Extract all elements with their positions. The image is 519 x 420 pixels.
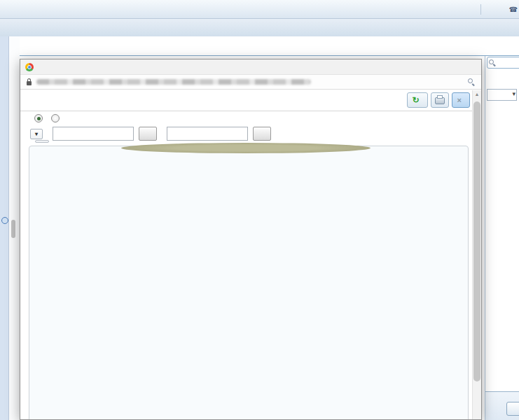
search-icon bbox=[489, 59, 496, 66]
lock-icon bbox=[27, 81, 32, 85]
refresh-button[interactable]: ↻ bbox=[407, 92, 428, 108]
user-box: ☎ bbox=[480, 4, 519, 15]
mode-row bbox=[30, 114, 64, 122]
popup-titlebar[interactable] bbox=[20, 59, 481, 75]
date-to-input[interactable] bbox=[167, 127, 248, 141]
date-from-input[interactable] bbox=[53, 127, 134, 141]
print-button[interactable] bbox=[431, 92, 449, 108]
divider bbox=[20, 111, 481, 111]
popup-addressbar[interactable] bbox=[20, 75, 481, 90]
top-menu-bar: ☎ bbox=[0, 0, 519, 19]
date-from-picker-button[interactable] bbox=[139, 127, 157, 141]
planned-contact-filter-select[interactable] bbox=[487, 89, 517, 101]
diagram-tab-label[interactable] bbox=[35, 140, 49, 143]
page-header bbox=[9, 36, 519, 56]
close-button[interactable]: × bbox=[452, 92, 470, 108]
criteria-search-input[interactable] bbox=[487, 57, 519, 69]
zoom-icon[interactable] bbox=[468, 78, 475, 85]
refresh-icon: ↻ bbox=[413, 95, 420, 105]
phone-icon: ☎ bbox=[509, 6, 518, 13]
scrollbar-thumb[interactable] bbox=[473, 102, 480, 382]
scrollbar-up-arrow[interactable]: ▲ bbox=[473, 92, 481, 97]
blurred-url bbox=[36, 79, 311, 85]
footer-button[interactable] bbox=[506, 402, 519, 416]
search-icon bbox=[1, 217, 8, 224]
funnel-popup-window: ↻ × bbox=[20, 59, 482, 420]
date-field-dropdown[interactable] bbox=[30, 129, 43, 139]
print-icon bbox=[435, 97, 445, 104]
radio-status-transitions[interactable] bbox=[34, 114, 43, 122]
popup-buttons: ↻ × bbox=[407, 92, 471, 108]
chrome-icon bbox=[25, 63, 34, 71]
advanced-search-sidebar[interactable] bbox=[0, 36, 9, 420]
date-filter-row bbox=[30, 127, 271, 141]
date-to-picker-button[interactable] bbox=[253, 127, 271, 141]
contacts-list-panel bbox=[485, 56, 519, 420]
sidebar-vertical-label bbox=[0, 63, 9, 214]
popup-scrollbar[interactable]: ▲ bbox=[472, 90, 481, 419]
panel-footer bbox=[485, 391, 519, 420]
popup-content: ↻ × bbox=[20, 90, 481, 419]
radio-current-statuses[interactable] bbox=[51, 114, 60, 122]
sidebar-resize-handle[interactable] bbox=[11, 220, 15, 238]
left-strip bbox=[9, 36, 20, 420]
tabs-row bbox=[0, 19, 519, 36]
close-icon: × bbox=[457, 96, 462, 104]
